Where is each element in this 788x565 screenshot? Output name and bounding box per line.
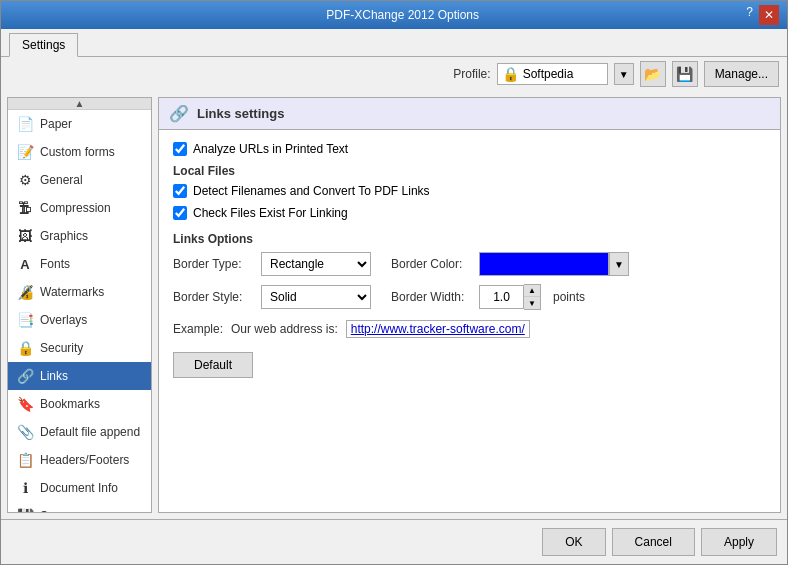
profile-dropdown-button[interactable]: ▼ — [614, 63, 634, 85]
sidebar-item-label-graphics: Graphics — [40, 229, 88, 243]
window-title: PDF-XChange 2012 Options — [59, 8, 746, 22]
check-files-label: Check Files Exist For Linking — [193, 206, 348, 220]
title-bar-controls: ? ✕ — [746, 5, 779, 25]
custom-forms-icon: 📝 — [16, 143, 34, 161]
border-width-up-button[interactable]: ▲ — [524, 285, 540, 297]
sidebar-item-security[interactable]: 🔒 Security — [8, 334, 151, 362]
border-color-button[interactable] — [479, 252, 609, 276]
cancel-button[interactable]: Cancel — [612, 528, 695, 556]
sidebar-item-custom-forms[interactable]: 📝 Custom forms — [8, 138, 151, 166]
fonts-icon: A — [16, 255, 34, 273]
sidebar-item-label-custom-forms: Custom forms — [40, 145, 115, 159]
right-panel: 🔗 Links settings Analyze URLs in Printed… — [158, 97, 781, 513]
title-bar: PDF-XChange 2012 Options ? ✕ — [1, 1, 787, 29]
watermarks-icon: 🔏 — [16, 283, 34, 301]
sidebar-item-label-fonts: Fonts — [40, 257, 70, 271]
apply-button[interactable]: Apply — [701, 528, 777, 556]
border-type-color-row: Border Type: Rectangle Underline None Bo… — [173, 252, 766, 276]
border-color-dropdown[interactable]: ▼ — [609, 252, 629, 276]
help-icon[interactable]: ? — [746, 5, 753, 25]
sidebar-item-label-security: Security — [40, 341, 83, 355]
compression-icon: 🗜 — [16, 199, 34, 217]
example-link[interactable]: http://www.tracker-software.com/ — [346, 320, 530, 338]
example-label: Example: — [173, 322, 223, 336]
border-style-group: Border Style: Solid Dashed Beveled Inset… — [173, 285, 371, 309]
manage-button[interactable]: Manage... — [704, 61, 779, 87]
check-files-checkbox[interactable] — [173, 206, 187, 220]
profile-input[interactable] — [523, 67, 603, 81]
default-button[interactable]: Default — [173, 352, 253, 378]
panel-header-title: Links settings — [197, 106, 284, 121]
sidebar-item-general[interactable]: ⚙ General — [8, 166, 151, 194]
border-type-group: Border Type: Rectangle Underline None — [173, 252, 371, 276]
save-icon: 💾 — [16, 507, 34, 513]
close-button[interactable]: ✕ — [759, 5, 779, 25]
sidebar-item-bookmarks[interactable]: 🔖 Bookmarks — [8, 390, 151, 418]
analyze-urls-row: Analyze URLs in Printed Text — [173, 142, 766, 156]
paper-icon: 📄 — [16, 115, 34, 133]
overlays-icon: 📑 — [16, 311, 34, 329]
panel-header-icon: 🔗 — [169, 104, 189, 123]
border-style-label: Border Style: — [173, 290, 253, 304]
border-color-group: Border Color: ▼ — [391, 252, 629, 276]
graphics-icon: 🖼 — [16, 227, 34, 245]
detect-filenames-checkbox[interactable] — [173, 184, 187, 198]
border-style-width-row: Border Style: Solid Dashed Beveled Inset… — [173, 284, 766, 310]
sidebar-item-label-watermarks: Watermarks — [40, 285, 104, 299]
example-text: Our web address is: — [231, 322, 338, 336]
profile-load-button[interactable]: 📂 — [640, 61, 666, 87]
sidebar-item-graphics[interactable]: 🖼 Graphics — [8, 222, 151, 250]
panel-body: Analyze URLs in Printed Text Local Files… — [159, 130, 780, 512]
sidebar-item-fonts[interactable]: A Fonts — [8, 250, 151, 278]
sidebar-item-label-save: Save — [40, 509, 67, 513]
sidebar-item-overlays[interactable]: 📑 Overlays — [8, 306, 151, 334]
sidebar-item-label-document-info: Document Info — [40, 481, 118, 495]
sidebar-item-document-info[interactable]: ℹ Document Info — [8, 474, 151, 502]
sidebar-item-label-bookmarks: Bookmarks — [40, 397, 100, 411]
bottom-bar: OK Cancel Apply — [1, 519, 787, 564]
general-icon: ⚙ — [16, 171, 34, 189]
default-button-row: Default — [173, 352, 766, 378]
main-content: ▲ 📄 Paper 📝 Custom forms ⚙ General 🗜 Com… — [1, 91, 787, 519]
sidebar-item-label-paper: Paper — [40, 117, 72, 131]
analyze-urls-label: Analyze URLs in Printed Text — [193, 142, 348, 156]
border-width-spinner-buttons: ▲ ▼ — [524, 284, 541, 310]
sidebar-item-headers-footers[interactable]: 📋 Headers/Footers — [8, 446, 151, 474]
sidebar-item-label-overlays: Overlays — [40, 313, 87, 327]
profile-lock-icon: 🔒 — [502, 66, 519, 82]
profile-bar: Profile: 🔒 ▼ 📂 💾 Manage... — [1, 57, 787, 91]
headers-footers-icon: 📋 — [16, 451, 34, 469]
tab-settings[interactable]: Settings — [9, 33, 78, 57]
border-width-spinner: ▲ ▼ — [479, 284, 541, 310]
sidebar-item-links[interactable]: 🔗 Links — [8, 362, 151, 390]
border-color-control: ▼ — [479, 252, 629, 276]
analyze-urls-checkbox[interactable] — [173, 142, 187, 156]
border-width-group: Border Width: ▲ ▼ points — [391, 284, 585, 310]
border-color-label: Border Color: — [391, 257, 471, 271]
sidebar-item-watermarks[interactable]: 🔏 Watermarks — [8, 278, 151, 306]
profile-save-button[interactable]: 💾 — [672, 61, 698, 87]
sidebar-item-compression[interactable]: 🗜 Compression — [8, 194, 151, 222]
links-options-section-title: Links Options — [173, 232, 766, 246]
sidebar-item-label-links: Links — [40, 369, 68, 383]
sidebar-item-label-general: General — [40, 173, 83, 187]
sidebar-scroll-up[interactable]: ▲ — [8, 98, 151, 110]
points-label: points — [553, 290, 585, 304]
local-files-section-title: Local Files — [173, 164, 766, 178]
sidebar-item-label-compression: Compression — [40, 201, 111, 215]
border-style-select[interactable]: Solid Dashed Beveled Inset Underline — [261, 285, 371, 309]
tab-bar: Settings — [1, 29, 787, 57]
border-type-select[interactable]: Rectangle Underline None — [261, 252, 371, 276]
security-icon: 🔒 — [16, 339, 34, 357]
detect-filenames-row: Detect Filenames and Convert To PDF Link… — [173, 184, 766, 198]
border-width-input[interactable] — [479, 285, 524, 309]
sidebar-item-default-file-append[interactable]: 📎 Default file append — [8, 418, 151, 446]
panel-header: 🔗 Links settings — [159, 98, 780, 130]
sidebar-item-save[interactable]: 💾 Save — [8, 502, 151, 513]
border-width-down-button[interactable]: ▼ — [524, 297, 540, 309]
sidebar-item-paper[interactable]: 📄 Paper — [8, 110, 151, 138]
sidebar: ▲ 📄 Paper 📝 Custom forms ⚙ General 🗜 Com… — [7, 97, 152, 513]
profile-label: Profile: — [453, 67, 490, 81]
ok-button[interactable]: OK — [542, 528, 605, 556]
check-files-row: Check Files Exist For Linking — [173, 206, 766, 220]
